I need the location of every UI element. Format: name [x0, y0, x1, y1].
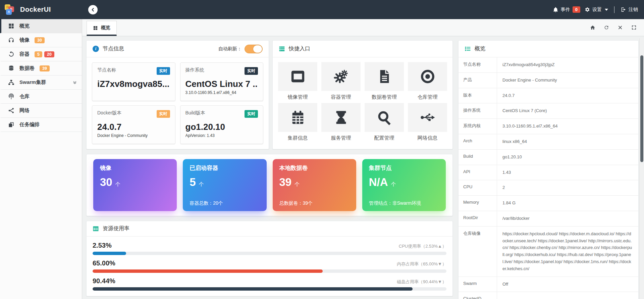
sidebar-badges: 30 [35, 37, 45, 43]
quick-entry-tile[interactable]: 配置管理 [365, 103, 404, 141]
overview-panel: 概览 节点名称 iZ7xv8mogva854vg30j3jpZ 产品 [458, 40, 639, 299]
auto-refresh-toggle[interactable] [245, 45, 263, 53]
quick-entry-tile-label: 镜像管理 [278, 94, 317, 100]
overview-row-label: RootDir [459, 211, 497, 226]
navbar-divider [614, 6, 614, 13]
quick-entry-tile[interactable]: 网络信息 [408, 103, 447, 141]
usage-row: 2.53% CPU使用率（2.53%▲） [93, 242, 446, 255]
overview-table-row: CPU 2 [459, 180, 638, 196]
logout-button[interactable]: 注销 [621, 7, 638, 13]
node-card-label: 操作系统 [185, 67, 204, 73]
settings-menu[interactable]: 设置 [584, 7, 608, 13]
sidebar-item[interactable]: 仓库 [0, 90, 82, 104]
node-info-panel: i 节点信息 自动刷新： [86, 40, 269, 149]
overview-row-value: linux x86_64 [497, 134, 638, 149]
gear-icon [584, 7, 590, 12]
quick-entry-tile-icon [321, 103, 361, 132]
quick-entry-panel: 快捷入口 镜像管理 [272, 40, 453, 149]
tab-label: 概览 [101, 25, 110, 31]
quick-entry-tile-icon [408, 103, 447, 132]
node-card-value: go1.20.10 [185, 122, 258, 132]
scrollbar-thumb[interactable] [640, 55, 643, 162]
realtime-badge: 实时 [245, 110, 258, 118]
quick-entry-tile[interactable]: 镜像管理 [278, 62, 317, 100]
sidebar-item[interactable]: 容器 520 [0, 47, 82, 61]
sidebar-item-label: 数据卷 [19, 65, 35, 71]
sidebar-item[interactable]: 网络 [0, 104, 82, 118]
node-card-subtext: 3.10.0-1160.95.1.el7.x86_64 [185, 90, 258, 95]
sidebar-item[interactable]: 数据卷 39 [0, 61, 82, 76]
stat-card[interactable]: 已启动容器 5 个 容器总数：20个 [183, 159, 266, 211]
usage-label: CPU使用率（2.53%▲） [399, 243, 446, 249]
sidebar-item-label: 容器 [19, 51, 30, 57]
sidebar-item-icon [8, 51, 14, 57]
quick-entry-tile-icon [365, 103, 404, 132]
quick-entry-tile[interactable]: 服务管理 [321, 103, 361, 141]
overview-row-value: 1.43 [497, 165, 638, 180]
usage-percent: 65.00% [93, 259, 115, 267]
overview-row-value [497, 292, 638, 299]
stat-card-value: 5 [190, 176, 196, 189]
overview-row-label: Swarm [459, 277, 497, 292]
overview-row-value: iZ7xv8mogva854vg30j3jpZ [497, 57, 638, 72]
home-icon[interactable] [590, 25, 595, 30]
overview-row-value: 1.84 G [497, 196, 638, 211]
node-info-title: 节点信息 [103, 45, 124, 52]
overview-row-label: 操作系统 [459, 103, 497, 118]
stat-card[interactable]: 集群节点 N/A 个 管理结点：非Swarm环境 [362, 159, 446, 211]
overview-row-value: Docker Engine - Community [497, 73, 638, 88]
logout-label: 注销 [629, 7, 638, 13]
usage-bar-track [93, 252, 446, 255]
overview-row-value: /var/lib/docker [497, 211, 638, 226]
quick-entry-tile[interactable]: 集群信息 [278, 103, 317, 141]
events-menu[interactable]: 事件 0 [553, 6, 580, 13]
sidebar-count-badge: 20 [44, 51, 54, 57]
stat-card[interactable]: 本地数据卷 39 个 总数据卷：39个 [273, 159, 356, 211]
overview-row-label: 系统内核 [459, 119, 497, 134]
overview-table-row: ClusterID [459, 292, 638, 299]
overview-row-value: 3.10.0-1160.95.1.el7.x86_64 [497, 119, 638, 134]
quick-entry-tile[interactable]: 仓库管理 [408, 62, 447, 100]
node-card-subtext: Docker Engine - Community [97, 133, 170, 138]
sidebar-item-icon [8, 121, 14, 128]
node-info-card: 节点名称 实时 iZ7xv8mogva85... [92, 62, 175, 101]
realtime-badge: 实时 [245, 67, 258, 75]
sidebar-item[interactable]: 任务编排 [0, 118, 82, 132]
overview-table-row: 节点名称 iZ7xv8mogva854vg30j3jpZ [459, 57, 638, 73]
chevron-left-icon [91, 7, 95, 12]
auto-refresh-label: 自动刷新： [218, 46, 242, 52]
grid-icon [93, 26, 98, 31]
sidebar-item[interactable]: 镜像 30 [0, 33, 82, 47]
usage-bar-track [93, 287, 446, 291]
stat-card-unit: 个 [391, 181, 396, 188]
expand-icon[interactable] [631, 25, 637, 30]
sidebar-item[interactable]: 概览 [0, 19, 82, 33]
quick-entry-tile[interactable]: 容器管理 [321, 62, 361, 100]
close-icon[interactable] [618, 25, 623, 30]
stat-card-unit: 个 [199, 181, 204, 188]
overview-table-row: Build go1.20.10 [459, 150, 638, 165]
usage-row: 65.00% 内存占用率（65.00%▼） [93, 259, 446, 273]
sidebar-item-label: 镜像 [19, 37, 30, 43]
sidebar-item-icon [8, 79, 14, 86]
stat-card[interactable]: 镜像 30 个 [93, 159, 177, 211]
sidebar-item-label: 网络 [19, 107, 30, 114]
sidebar-item-label: Swarm集群 [19, 79, 46, 86]
refresh-icon[interactable] [604, 25, 609, 30]
quick-entry-tile-icon [321, 62, 361, 91]
sidebar-badges: 520 [35, 51, 54, 57]
settings-label: 设置 [592, 7, 602, 13]
sidebar-item[interactable]: Swarm集群 [0, 76, 82, 90]
stat-card-unit: 个 [115, 181, 120, 188]
table-icon [93, 226, 99, 232]
app-title: DockerUI [20, 6, 51, 13]
stat-card-title: 镜像 [100, 164, 170, 172]
overview-row-value: CentOS Linux 7 (Core) [497, 103, 638, 118]
usage-bar-fill [93, 252, 126, 255]
quick-entry-tile[interactable]: 数据卷管理 [365, 62, 404, 100]
usage-bar-fill [93, 287, 413, 291]
logout-icon [621, 7, 626, 12]
sidebar-collapse-button[interactable] [88, 5, 98, 14]
sidebar-item-label: 任务编排 [19, 121, 40, 128]
tab-overview[interactable]: 概览 [87, 21, 117, 36]
